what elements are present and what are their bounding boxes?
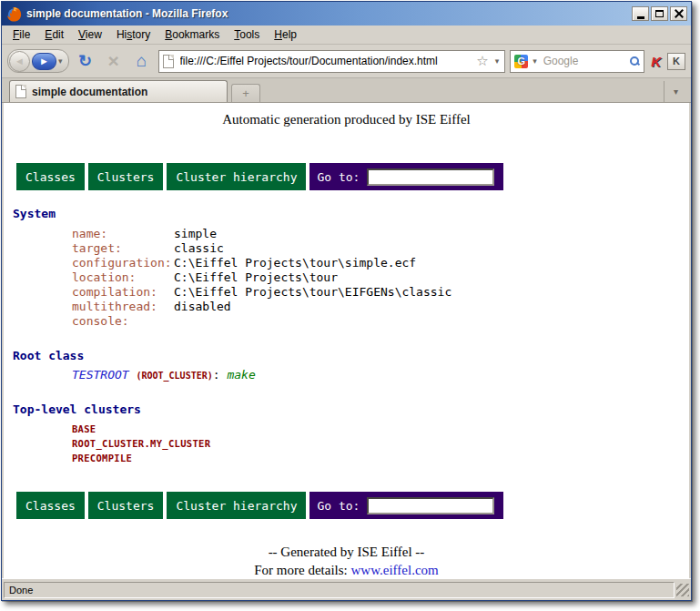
menu-bar: File Edit View History Bookmarks Tools H… [2,25,691,45]
system-row: configuration:C:\Eiffel Projects\tour\si… [4,256,689,270]
url-input[interactable] [178,54,472,68]
search-engine-dropdown-button[interactable]: ▾ [531,56,539,66]
stop-button[interactable]: × [102,53,126,69]
firefox-logo-icon [6,6,22,22]
cluster-link-base[interactable]: BASE [4,422,689,436]
clusters-button[interactable]: Clusters [88,163,164,190]
window-title: simple documentation - Mozilla Firefox [26,7,632,20]
system-row: multithread:disabled [4,300,689,314]
cluster-list: BASE ROOT_CLUSTER.MY_CLUSTER PRECOMPILE [4,422,689,465]
home-button[interactable]: ⌂ [130,51,154,71]
classes-button[interactable]: Classes [16,492,85,519]
root-cluster-link[interactable]: (ROOT_CLUSTER) [136,371,212,381]
resize-grip-icon[interactable] [676,584,689,596]
menu-item-file[interactable]: File [5,26,37,43]
menu-item-edit[interactable]: Edit [37,26,71,43]
navigation-toolbar: ◄ ► ▾ ↻ × ⌂ ☆ ▾ G ▾ K K [2,45,691,78]
page-footer: -- Generated by ISE Eiffel -- For more d… [4,543,689,578]
system-heading: System [13,207,689,221]
status-text: Done [4,582,675,598]
system-row: console: [4,314,689,329]
system-properties: name:simple target:classic configuration… [4,227,689,329]
list-all-tabs-button[interactable]: ▾ [664,81,687,102]
system-row: compilation:C:\Eiffel Projects\tour\EIFG… [4,285,689,300]
separator: : [213,368,220,382]
menu-item-view[interactable]: View [71,26,109,43]
minimize-icon [637,16,644,19]
root-class-heading: Root class [13,349,689,363]
google-logo-icon: G [514,55,528,68]
classes-button[interactable]: Classes [16,163,85,190]
back-icon: ◄ [15,56,25,66]
menu-item-bookmarks[interactable]: Bookmarks [157,26,227,43]
doc-nav-top: Classes Clusters Cluster hierarchy Go to… [16,163,689,190]
top-level-clusters-heading: Top-level clusters [13,402,689,417]
page-title: Automatic generation produced by ISE Eif… [4,112,689,128]
forward-button[interactable]: ► [32,53,56,70]
cluster-link-precompile[interactable]: PRECOMPILE [4,451,689,465]
system-row: location:C:\Eiffel Projects\tour [4,270,689,285]
system-row: target:classic [4,241,689,256]
page-content: Automatic generation produced by ISE Eif… [4,103,689,578]
goto-block: Go to: [309,492,503,519]
forward-icon: ► [39,56,49,66]
maximize-button[interactable] [651,6,668,21]
close-button[interactable] [670,6,687,21]
doc-nav-bottom: Classes Clusters Cluster hierarchy Go to… [16,492,689,519]
k-extension-button[interactable]: K [667,53,685,70]
cluster-hierarchy-button[interactable]: Cluster hierarchy [167,492,306,519]
history-dropdown-button[interactable]: ▾ [56,56,65,66]
clusters-button[interactable]: Clusters [88,492,164,519]
maximize-icon [655,10,664,17]
root-class-line: TESTROOT (ROOT_CLUSTER): make [4,368,689,383]
new-tab-button[interactable]: + [231,84,260,102]
eiffel-link[interactable]: www.eiffel.com [351,563,439,577]
cluster-hierarchy-button[interactable]: Cluster hierarchy [167,163,306,190]
search-bar: G ▾ [510,50,644,73]
search-icon[interactable] [629,56,640,66]
goto-input[interactable] [367,497,494,514]
goto-block: Go to: [309,163,503,190]
cluster-link-root-cluster-my-cluster[interactable]: ROOT_CLUSTER.MY_CLUSTER [4,436,689,451]
back-forward-group: ◄ ► ▾ [7,49,69,73]
title-bar[interactable]: simple documentation - Mozilla Firefox [2,2,691,25]
tab-simple-documentation[interactable]: simple documentation [9,80,228,102]
goto-label: Go to: [317,499,360,513]
url-dropdown-button[interactable]: ▾ [493,56,502,66]
tab-favicon-icon [15,85,26,98]
site-favicon-icon [163,55,174,68]
minimize-button[interactable] [632,6,649,21]
goto-label: Go to: [317,170,360,184]
menu-item-tools[interactable]: Tools [227,26,267,43]
close-icon [675,9,684,18]
address-bar: ☆ ▾ [158,50,506,73]
root-class-link[interactable]: TESTROOT [72,368,129,382]
status-bar: Done [2,578,691,600]
menu-item-history[interactable]: History [109,26,157,43]
browser-window: simple documentation - Mozilla Firefox F… [1,1,692,601]
goto-input[interactable] [367,168,494,186]
bookmark-star-icon[interactable]: ☆ [476,53,488,69]
menu-item-help[interactable]: Help [267,26,304,43]
tab-label: simple documentation [32,86,147,98]
screenshot: simple documentation - Mozilla Firefox F… [0,0,700,611]
system-row: name:simple [4,227,689,241]
tab-strip: simple documentation + ▾ [2,78,691,103]
more-details-text: For more details: [254,563,347,577]
creation-feature-link[interactable]: make [227,368,255,382]
kaspersky-icon[interactable]: K [649,54,663,69]
generated-by-text: -- Generated by ISE Eiffel -- [4,543,689,561]
back-button[interactable]: ◄ [9,51,30,72]
search-input[interactable] [542,54,626,68]
reload-button[interactable]: ↻ [74,51,97,71]
